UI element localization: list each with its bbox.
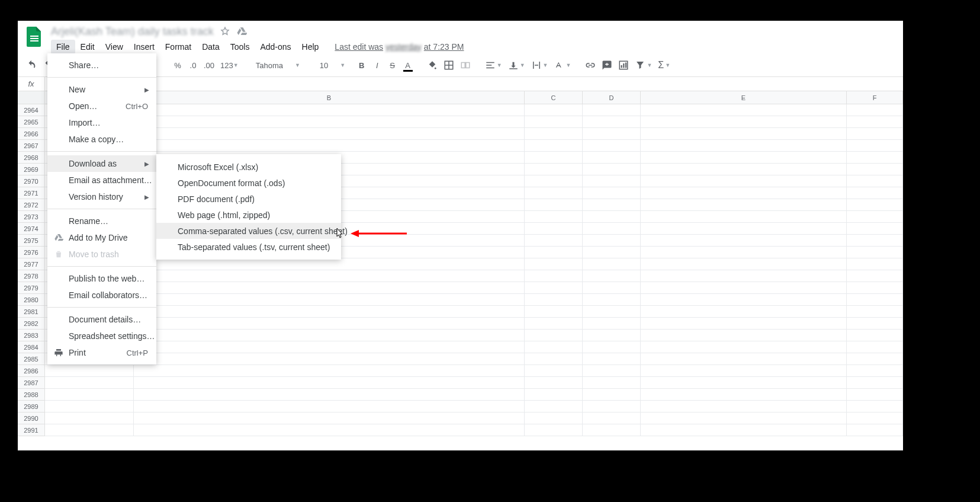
cell[interactable]: [641, 365, 847, 377]
file-menu-make-copy[interactable]: Make a copy…: [47, 131, 156, 148]
file-menu-download-as[interactable]: Download as▶: [47, 155, 156, 172]
cell[interactable]: [45, 377, 134, 389]
cell[interactable]: [641, 104, 847, 116]
strikethrough-button[interactable]: S: [385, 57, 400, 73]
file-menu-add-to-drive[interactable]: Add to My Drive: [47, 229, 156, 246]
cell[interactable]: [45, 365, 134, 377]
cell[interactable]: [847, 389, 903, 401]
file-menu-email-collab[interactable]: Email collaborators…: [47, 287, 156, 303]
download-csv[interactable]: Comma-separated values (.csv, current sh…: [156, 223, 341, 239]
cell[interactable]: [847, 164, 903, 175]
cell[interactable]: [847, 330, 903, 341]
cell[interactable]: [134, 294, 525, 306]
cell[interactable]: [847, 187, 903, 199]
row-header[interactable]: 2977: [18, 258, 45, 270]
file-menu-print[interactable]: Print Ctrl+P: [47, 344, 156, 361]
download-pdf[interactable]: PDF document (.pdf): [156, 191, 341, 207]
font-size-select[interactable]: 10▼: [314, 60, 345, 71]
cell[interactable]: [525, 377, 583, 389]
cell[interactable]: [525, 187, 583, 199]
cell[interactable]: [134, 353, 525, 365]
cell[interactable]: [525, 235, 583, 247]
cell[interactable]: [134, 401, 525, 413]
cell[interactable]: [525, 413, 583, 424]
column-head-d[interactable]: D: [583, 91, 641, 104]
cell[interactable]: [525, 258, 583, 270]
download-tsv[interactable]: Tab-separated values (.tsv, current shee…: [156, 239, 341, 255]
file-menu-share[interactable]: Share…: [47, 57, 156, 73]
last-edit-link[interactable]: Last edit was yesterday at 7:23 PM: [335, 42, 464, 52]
cell[interactable]: [134, 341, 525, 353]
cell[interactable]: [583, 116, 641, 128]
cell[interactable]: [641, 413, 847, 424]
cell[interactable]: [583, 258, 641, 270]
cell[interactable]: [847, 401, 903, 413]
document-title[interactable]: Arjeli(Kash Team) daily tasks track: [51, 25, 214, 38]
cell[interactable]: [847, 424, 903, 436]
column-head-e[interactable]: E: [641, 91, 847, 104]
cell[interactable]: [847, 365, 903, 377]
formula-input[interactable]: [45, 77, 903, 91]
file-menu-open[interactable]: Open…Ctrl+O: [47, 98, 156, 114]
cell[interactable]: [583, 353, 641, 365]
cell[interactable]: [134, 116, 525, 128]
menu-help[interactable]: Help: [297, 40, 324, 54]
cell[interactable]: [847, 306, 903, 318]
cell[interactable]: [525, 282, 583, 294]
cell[interactable]: [525, 365, 583, 377]
cell[interactable]: [525, 389, 583, 401]
cell[interactable]: [525, 128, 583, 140]
cell[interactable]: [847, 223, 903, 235]
download-ods[interactable]: OpenDocument format (.ods): [156, 175, 341, 191]
menu-tools[interactable]: Tools: [225, 40, 255, 54]
cell[interactable]: [641, 187, 847, 199]
cell[interactable]: [134, 424, 525, 436]
cell[interactable]: [134, 413, 525, 424]
cell[interactable]: [847, 175, 903, 187]
cell[interactable]: [583, 294, 641, 306]
cell[interactable]: [583, 424, 641, 436]
text-wrap-button[interactable]: ▼: [529, 57, 551, 73]
cell[interactable]: [134, 140, 525, 152]
row-header[interactable]: 2971: [18, 187, 45, 199]
cell[interactable]: [134, 270, 525, 282]
cell[interactable]: [583, 152, 641, 164]
more-formats-button[interactable]: 123 ▼: [218, 57, 241, 73]
cell[interactable]: [641, 270, 847, 282]
cell[interactable]: [134, 330, 525, 341]
cell[interactable]: [525, 175, 583, 187]
cell[interactable]: [583, 211, 641, 223]
row-header[interactable]: 2983: [18, 330, 45, 341]
insert-chart-button[interactable]: [616, 57, 631, 73]
cell[interactable]: [641, 175, 847, 187]
menu-file[interactable]: File: [51, 40, 75, 54]
cell[interactable]: [525, 211, 583, 223]
cell[interactable]: [525, 223, 583, 235]
insert-link-button[interactable]: [583, 57, 598, 73]
cell[interactable]: [525, 341, 583, 353]
file-menu-publish-web[interactable]: Publish to the web…: [47, 270, 156, 287]
cell[interactable]: [847, 247, 903, 258]
italic-button[interactable]: I: [370, 57, 384, 73]
cell[interactable]: [583, 389, 641, 401]
cell[interactable]: [641, 128, 847, 140]
percent-button[interactable]: %: [171, 57, 185, 73]
cell[interactable]: [847, 341, 903, 353]
decrease-decimal-button[interactable]: .0: [186, 57, 200, 73]
text-rotation-button[interactable]: ▼: [551, 57, 573, 73]
row-header[interactable]: 2990: [18, 413, 45, 424]
filter-button[interactable]: ▼: [632, 57, 654, 73]
cell[interactable]: [847, 235, 903, 247]
drive-icon[interactable]: [236, 26, 247, 37]
file-menu-doc-details[interactable]: Document details…: [47, 311, 156, 328]
row-header[interactable]: 2980: [18, 294, 45, 306]
cell[interactable]: [583, 223, 641, 235]
cell[interactable]: [641, 164, 847, 175]
menu-addons[interactable]: Add-ons: [255, 40, 296, 54]
file-menu-new[interactable]: New▶: [47, 81, 156, 98]
sheets-app-icon[interactable]: [24, 25, 45, 47]
cell[interactable]: [641, 116, 847, 128]
cell[interactable]: [134, 282, 525, 294]
cell[interactable]: [641, 258, 847, 270]
row-header[interactable]: 2982: [18, 318, 45, 330]
